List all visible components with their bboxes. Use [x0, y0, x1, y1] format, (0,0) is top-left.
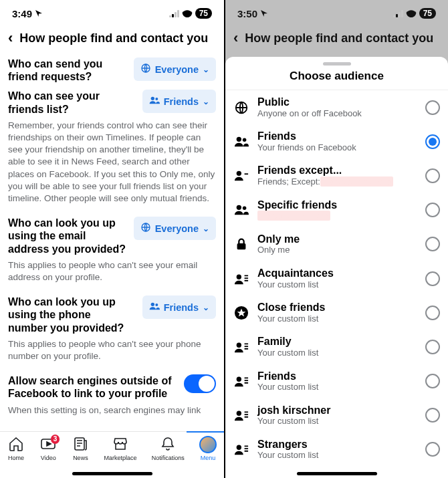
page-header: ‹ How people find and contact you [0, 27, 224, 52]
setting-label: Who can send you friend requests? [8, 57, 128, 83]
audience-selector[interactable]: Everyone ⌄ [134, 57, 216, 81]
setting-label: Who can look you up using the phone numb… [8, 295, 128, 334]
radio-button[interactable] [425, 134, 440, 149]
audience-option[interactable]: Friends except... Friends; Except:redact… [225, 158, 448, 193]
audience-option[interactable]: Family Your custom list [225, 330, 448, 364]
nav-label: Notifications [152, 455, 185, 461]
nav-notifications[interactable]: Notifications [152, 436, 185, 461]
audience-option[interactable]: Acquaintances Your custom list [225, 261, 448, 295]
chevron-down-icon: ⌄ [203, 97, 209, 106]
nav-home[interactable]: Home [7, 436, 25, 461]
option-subtitle: Your custom list [257, 314, 417, 324]
home-icon [8, 436, 24, 453]
audience-value: Friends [164, 96, 199, 107]
friends-icon [233, 134, 249, 149]
option-subtitle: Your custom list [257, 382, 417, 392]
svg-rect-7 [75, 438, 84, 450]
option-name: Only me [257, 233, 417, 245]
friends-icon [233, 203, 249, 217]
option-subtitle: redacted redacted [257, 211, 417, 221]
audience-option[interactable]: Strangers Your custom list [225, 433, 448, 467]
setting-row: Who can send you friend requests? Everyo… [8, 52, 216, 84]
audience-option[interactable]: Close friends Your custom list [225, 295, 448, 330]
option-subtitle: Only me [257, 245, 417, 255]
friendsx-icon [233, 168, 249, 183]
audience-option[interactable]: Public Anyone on or off Facebook [225, 90, 448, 124]
notifications-icon [160, 436, 176, 453]
back-button[interactable]: ‹ [8, 31, 13, 45]
radio-button[interactable] [425, 203, 440, 217]
status-bar: 3:49 75 [0, 0, 224, 27]
radio-button[interactable] [425, 100, 440, 115]
svg-point-5 [155, 304, 158, 306]
svg-point-2 [155, 98, 158, 100]
audience-value: Friends [164, 302, 199, 313]
globe-icon [140, 222, 151, 235]
audience-option[interactable]: Friends Your friends on Facebook [225, 124, 448, 158]
setting-label: Who can see your friends list? [8, 90, 128, 115]
audience-selector[interactable]: Everyone ⌄ [134, 217, 216, 240]
setting-label: Who can look you up using the email addr… [8, 217, 128, 255]
list-icon [233, 374, 249, 388]
radio-button[interactable] [425, 168, 440, 183]
option-name: Friends [257, 370, 417, 382]
option-subtitle: Your custom list [257, 416, 417, 427]
list-icon [233, 271, 249, 286]
page-title: How people find and contact you [245, 31, 433, 45]
back-button[interactable]: ‹ [233, 31, 238, 45]
radio-button[interactable] [425, 237, 440, 251]
audience-option[interactable]: Only me Only me [225, 227, 448, 261]
nav-news[interactable]: News [72, 436, 89, 461]
audience-selector[interactable]: Friends ⌄ [142, 90, 216, 113]
option-subtitle: Your custom list [257, 348, 417, 358]
page-title: How people find and contact you [19, 31, 208, 45]
nav-menu[interactable]: Menu [199, 436, 217, 461]
active-tab-indicator [187, 431, 224, 433]
option-subtitle: Your friends on Facebook [257, 142, 417, 153]
radio-button[interactable] [425, 442, 440, 457]
svg-point-11 [237, 171, 241, 176]
nav-label: Menu [201, 455, 216, 461]
globe-icon [140, 63, 151, 76]
audience-option[interactable]: Friends Your custom list [225, 364, 448, 398]
cell-signal-icon [393, 9, 403, 17]
radio-button[interactable] [425, 340, 440, 354]
globe-icon [233, 100, 249, 115]
audience-selector[interactable]: Friends ⌄ [142, 295, 216, 319]
search-engine-toggle[interactable] [184, 374, 216, 393]
svg-point-18 [237, 377, 241, 382]
option-name: Strangers [257, 439, 417, 451]
radio-button[interactable] [425, 306, 440, 320]
setting-row: Who can look you up using the phone numb… [8, 290, 216, 336]
setting-description: When this setting is on, search engines … [8, 402, 216, 423]
location-icon [35, 9, 43, 17]
radio-button[interactable] [425, 408, 440, 423]
location-icon [260, 9, 268, 17]
radio-button[interactable] [425, 271, 440, 286]
cell-signal-icon [169, 9, 179, 17]
nav-video[interactable]: 3 Video [39, 436, 57, 461]
svg-rect-14 [237, 243, 246, 249]
friends-icon [149, 301, 160, 314]
svg-point-4 [150, 303, 154, 306]
option-subtitle: Anyone on or off Facebook [257, 108, 417, 119]
setting-description: Remember, your friends control who can s… [8, 117, 216, 212]
svg-point-15 [237, 274, 241, 279]
list-icon [233, 340, 249, 354]
setting-description: This applies to people who can't see you… [8, 336, 216, 369]
sheet-grabber[interactable] [323, 62, 351, 66]
option-name: Public [257, 96, 417, 108]
audience-value: Everyone [155, 223, 199, 234]
radio-button[interactable] [425, 374, 440, 388]
lock-icon [233, 237, 249, 251]
audience-option[interactable]: Specific friends redacted redacted [225, 193, 448, 227]
svg-point-12 [237, 205, 241, 210]
option-name: Specific friends [257, 199, 417, 211]
audience-option[interactable]: josh kirschner Your custom list [225, 398, 448, 433]
audience-value: Everyone [155, 64, 199, 75]
nav-marketplace[interactable]: Marketplace [104, 436, 137, 461]
news-icon [72, 436, 88, 453]
chevron-down-icon: ⌄ [203, 303, 209, 312]
audience-sheet[interactable]: Choose audience Public Anyone on or off … [225, 57, 448, 478]
friends-icon [149, 95, 160, 108]
